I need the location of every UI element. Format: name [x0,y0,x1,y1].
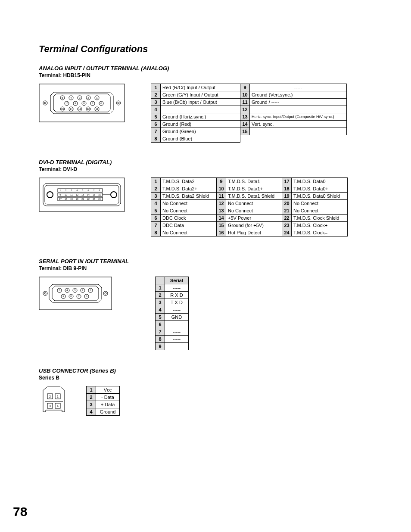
svg-text:9: 9 [62,295,64,298]
svg-point-39 [111,192,117,198]
svg-point-4 [118,102,119,104]
pin-num: 20 [282,200,292,207]
pin-desc: Ground (Horiz.sync.) [161,113,240,121]
usb-section: USB CONNECTOR (Series B) Series B 2 1 3 … [39,367,381,416]
pin-desc: Ground [96,408,120,416]
pin-num: 6 [151,121,161,128]
svg-text:21: 21 [81,198,84,200]
pin-desc: T.M.D.S. Data1+ [226,185,282,193]
pin-desc: Ground (Vert.sync.) [250,91,347,99]
pin-desc: Green (G/Y) Input / Output [161,91,240,99]
page-number: 78 [13,504,27,519]
svg-text:7: 7 [78,295,80,298]
svg-text:16: 16 [98,193,101,196]
pin-desc: T.M.D.S. Clock Shield [292,215,348,222]
pin-num: 13 [217,207,226,215]
svg-text:5: 5 [82,189,84,192]
pin-num: 1 [151,178,161,185]
pin-num: 23 [282,222,292,229]
svg-text:10: 10 [65,102,68,105]
pin-num: 18 [282,185,292,193]
pin-num: 1 [87,386,96,394]
svg-text:22: 22 [87,198,90,200]
serial-header: Serial [165,277,189,284]
serial-heading: SERIAL PORT IN /OUT TERMINAL [39,258,381,264]
svg-text:2: 2 [65,189,67,192]
svg-text:12: 12 [87,108,90,110]
usb-subheading: Series B [39,375,381,381]
pin-desc: ----- [165,284,189,292]
pin-desc: No Connect [226,207,282,215]
pin-num: 10 [240,91,250,99]
svg-text:18: 18 [65,198,67,200]
dvi-subheading: Terminal: DVI-D [39,166,381,172]
svg-text:15: 15 [93,193,95,196]
pin-num: 3 [151,193,161,200]
pin-desc: GND [165,314,189,321]
pin-desc: DDC Clock [161,215,217,222]
svg-text:6: 6 [88,189,89,192]
pin-num: 2 [156,292,165,299]
pin-header-empty [156,277,165,284]
svg-point-72 [105,292,106,294]
pin-num: 5 [156,314,165,321]
svg-text:9: 9 [75,102,76,105]
pin-num: 4 [156,306,165,314]
usb-connector-diagram: 2 1 3 4 [39,386,69,416]
pin-desc: Ground / ----- [250,99,347,106]
svg-text:6: 6 [100,102,102,105]
pin-num: 22 [282,215,292,222]
svg-text:2: 2 [82,289,84,292]
svg-text:6: 6 [86,295,87,298]
pin-desc: T.M.D.S. Data2 Shield [161,193,217,200]
svg-text:1: 1 [60,189,61,192]
pin-num: 1 [151,84,161,91]
svg-point-70 [44,292,46,294]
pin-num: 3 [87,401,96,408]
pin-desc: Ground (for +5V) [226,222,282,229]
pin-num: 12 [217,200,226,207]
serial-section: SERIAL PORT IN /OUT TERMINAL Terminal: D… [39,258,381,350]
pin-desc: ----- [165,321,189,328]
pin-num: 3 [156,299,165,306]
svg-text:8: 8 [99,189,100,192]
pin-num: 4 [151,106,161,113]
dvi-pin-table: 1T.M.D.S. Data2–9T.M.D.S. Data1–17T.M.D.… [151,177,381,236]
pin-desc: ----- [165,328,189,336]
pin-desc: ----- [250,106,347,113]
svg-point-69 [43,291,47,296]
pin-desc: T.M.D.S. Clock– [292,229,348,236]
pin-num: 7 [151,128,161,135]
pin-desc: Ground (Blue) [161,135,240,143]
pin-desc: T.M.D.S. Data0 Shield [292,193,348,200]
pin-desc: ----- [161,106,240,113]
svg-text:8: 8 [70,295,72,298]
pin-num: 5 [151,207,161,215]
svg-point-1 [43,101,47,105]
svg-text:14: 14 [87,193,90,196]
svg-text:20: 20 [76,198,78,200]
pin-desc: T.M.D.S. Clock+ [292,222,348,229]
svg-text:4: 4 [66,289,68,292]
svg-text:8: 8 [83,102,85,105]
pin-num: 13 [240,113,250,121]
pin-num: 11 [240,99,250,106]
pin-num: 7 [156,328,165,336]
svg-text:24: 24 [98,198,101,200]
pin-num: 5 [151,113,161,121]
svg-text:2: 2 [49,395,51,398]
analog-subheading: Terminal: HDB15-PIN [39,72,381,78]
pin-num: 1 [156,284,165,292]
analog-heading: ANALOG INPUT / OUTPUT TERMINAL (ANALOG) [39,65,381,72]
analog-pin-table: 1 Red (R/Cr) Input / Output 9 ----- 2 Gr… [151,84,381,143]
analog-section: ANALOG INPUT / OUTPUT TERMINAL (ANALOG) … [39,65,381,143]
pin-num: 16 [217,229,226,236]
pin-num: 2 [87,394,96,401]
pin-desc: T.M.D.S. Data0+ [292,185,348,193]
svg-point-2 [44,102,46,104]
pin-num: 21 [282,207,292,215]
svg-point-38 [47,192,53,198]
pin-num: 2 [151,91,161,99]
pin-desc: T.M.D.S. Data2+ [161,185,217,193]
pin-num: 2 [151,185,161,193]
